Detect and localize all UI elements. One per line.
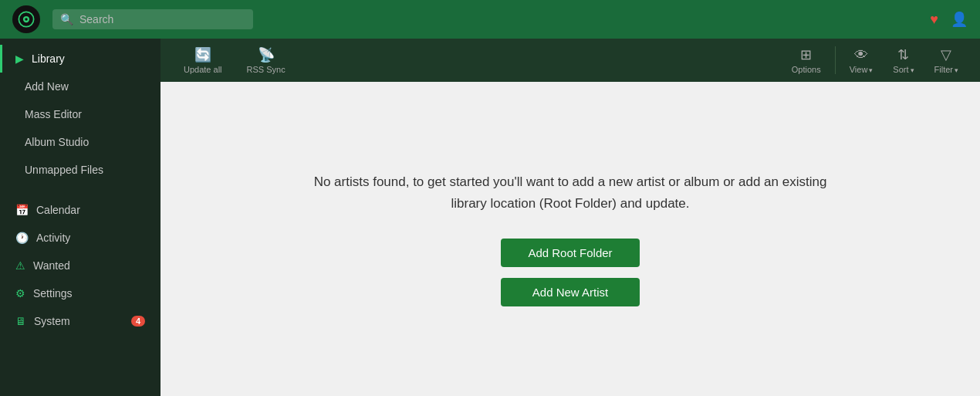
rss-sync-button[interactable]: 📡 RSS Sync — [236, 42, 296, 79]
library-section: ▶ Library Add New Mass Editor Album Stud… — [0, 39, 161, 190]
svg-point-2 — [25, 18, 27, 20]
view-icon: 👁 — [854, 47, 868, 63]
filter-label: Filter▾ — [934, 65, 958, 74]
library-play-icon: ▶ — [15, 52, 24, 65]
heart-icon[interactable]: ♥ — [930, 12, 938, 28]
sidebar-system-label: System — [34, 315, 70, 327]
toolbar-right: ⊞ Options 👁 View▾ ⇅ Sort▾ ▽ — [782, 42, 968, 79]
sidebar-item-activity[interactable]: 🕐 Activity — [0, 224, 161, 252]
sidebar-album-studio-label: Album Studio — [25, 136, 89, 148]
system-icon: 🖥 — [15, 315, 26, 327]
activity-icon: 🕐 — [15, 232, 29, 244]
sidebar-item-album-studio[interactable]: Album Studio — [0, 128, 161, 156]
empty-message: No artists found, to get started you'll … — [308, 171, 833, 213]
top-nav: 🔍 ♥ 👤 — [0, 0, 980, 39]
sort-button[interactable]: ⇅ Sort▾ — [884, 42, 923, 79]
sidebar-settings-label: Settings — [33, 287, 73, 300]
sidebar-wanted-label: Wanted — [33, 259, 70, 272]
sidebar-mass-editor-label: Mass Editor — [25, 108, 82, 120]
sidebar-item-system[interactable]: 🖥 System 4 — [0, 307, 161, 335]
view-label: View▾ — [850, 65, 874, 74]
add-root-folder-button[interactable]: Add Root Folder — [501, 239, 640, 267]
sidebar-item-library[interactable]: ▶ Library — [0, 45, 161, 73]
sidebar-item-calendar[interactable]: 📅 Calendar — [0, 196, 161, 224]
sidebar-item-unmapped-files[interactable]: Unmapped Files — [0, 156, 161, 184]
view-button[interactable]: 👁 View▾ — [840, 42, 883, 79]
search-input[interactable] — [79, 13, 245, 25]
search-icon: 🔍 — [60, 13, 73, 25]
app-logo[interactable] — [12, 5, 40, 33]
main-content: No artists found, to get started you'll … — [161, 82, 980, 396]
sidebar: ▶ Library Add New Mass Editor Album Stud… — [0, 39, 161, 396]
system-badge: 4 — [131, 316, 145, 327]
sidebar-item-mass-editor[interactable]: Mass Editor — [0, 100, 161, 128]
toolbar: 🔄 Update all 📡 RSS Sync ⊞ Options 👁 View… — [161, 39, 980, 82]
content-area: 🔄 Update all 📡 RSS Sync ⊞ Options 👁 View… — [161, 39, 980, 396]
sidebar-item-add-new[interactable]: Add New — [0, 73, 161, 100]
update-all-icon: 🔄 — [194, 46, 211, 63]
action-buttons: Add Root Folder Add New Artist — [501, 239, 640, 306]
main-layout: ▶ Library Add New Mass Editor Album Stud… — [0, 39, 980, 396]
rss-sync-label: RSS Sync — [247, 65, 286, 74]
options-grid-icon: ⊞ — [800, 46, 812, 63]
update-all-label: Update all — [184, 65, 222, 74]
sort-label: Sort▾ — [893, 65, 914, 74]
filter-button[interactable]: ▽ Filter▾ — [925, 42, 968, 79]
wanted-icon: ⚠ — [15, 259, 25, 272]
sidebar-add-new-label: Add New — [25, 80, 69, 93]
user-icon[interactable]: 👤 — [951, 11, 968, 28]
settings-icon: ⚙ — [15, 287, 25, 300]
toolbar-divider — [835, 46, 836, 74]
calendar-icon: 📅 — [15, 204, 29, 216]
sidebar-activity-label: Activity — [36, 232, 70, 244]
update-all-button[interactable]: 🔄 Update all — [173, 42, 233, 79]
sidebar-item-wanted[interactable]: ⚠ Wanted — [0, 252, 161, 279]
sidebar-nav-section: 📅 Calendar 🕐 Activity ⚠ Wanted ⚙ Setting… — [0, 190, 161, 341]
rss-icon: 📡 — [258, 46, 275, 63]
sort-icon: ⇅ — [897, 46, 909, 63]
options-button[interactable]: ⊞ Options — [782, 42, 830, 79]
sidebar-unmapped-files-label: Unmapped Files — [25, 164, 103, 176]
filter-icon: ▽ — [941, 46, 951, 63]
add-new-artist-button[interactable]: Add New Artist — [501, 278, 640, 306]
nav-right: ♥ 👤 — [930, 11, 968, 28]
sidebar-item-settings[interactable]: ⚙ Settings — [0, 279, 161, 307]
search-box[interactable]: 🔍 — [52, 9, 253, 29]
sidebar-library-label: Library — [32, 52, 65, 65]
sidebar-calendar-label: Calendar — [36, 204, 80, 216]
options-label: Options — [792, 65, 821, 74]
